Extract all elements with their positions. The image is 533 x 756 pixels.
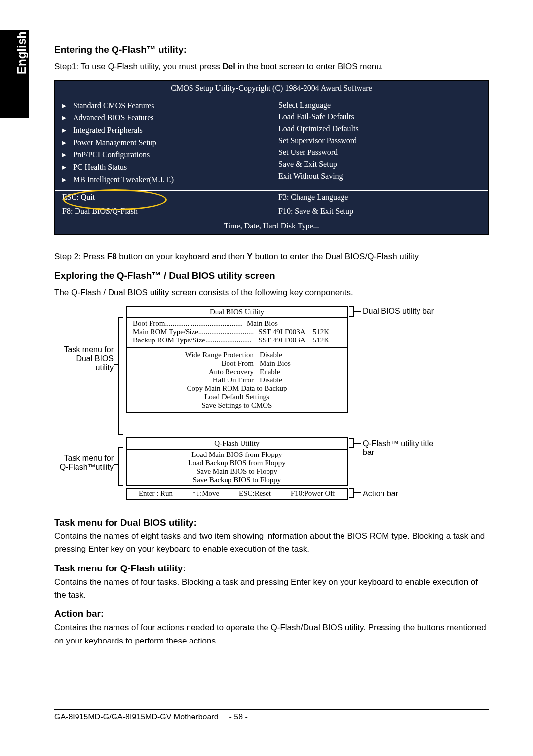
bios-item-label: PnP/PCI Configurations — [73, 151, 150, 159]
bios-item-label: MB Intelligent Tweaker(M.I.T.) — [73, 175, 174, 184]
bios-hint-tl: ESC: Quit — [55, 191, 271, 205]
page-footer: GA-8I915MD-G/GA-8I915MD-GV Motherboard -… — [54, 709, 489, 721]
label-action-bar: Action bar — [363, 490, 398, 498]
info-row: Main ROM Type/Size......................… — [127, 328, 347, 336]
step2-key1: F8 — [107, 252, 117, 261]
command-row[interactable]: Save Backup BIOS to Floppy — [127, 476, 347, 484]
setting-value: Main Bios — [260, 359, 309, 368]
setting-row[interactable]: Auto RecoveryEnable — [127, 368, 347, 376]
info-value: SST 49LF003A — [258, 336, 312, 344]
section1-heading: Entering the Q-Flash™ utility: — [54, 44, 489, 55]
step2-key2: Y — [247, 252, 252, 261]
step1-b: in the boot screen to enter BIOS menu. — [235, 62, 383, 71]
rail-tick — [349, 447, 354, 448]
command-row[interactable]: Load Backup BIOS from Floppy — [127, 459, 347, 467]
bios-item-label: Advanced BIOS Features — [73, 113, 154, 122]
action-bar-heading: Action bar: — [54, 608, 489, 619]
bios-item[interactable]: ▸Power Management Setup — [62, 136, 264, 149]
bios-item[interactable]: ▸Advanced BIOS Features — [62, 112, 264, 124]
step2-b: button on your keyboard and then — [117, 252, 247, 261]
dual-bios-header: Dual BIOS Utility — [127, 307, 347, 318]
bios-item[interactable]: Exit Without Saving — [278, 170, 481, 182]
action-bar-text: Contains the names of four actions neede… — [54, 621, 489, 647]
footer-model: GA-8I915MD-G/GA-8I915MD-GV Motherboard — [54, 713, 219, 721]
task-qflash-text: Contains the names of four tasks. Blocki… — [54, 576, 489, 602]
action-item: Enter : Run — [139, 490, 173, 498]
bios-hint-br: F10: Save & Exit Setup — [271, 205, 488, 219]
task-dual-text: Contains the names of eight tasks and tw… — [54, 530, 489, 556]
label-line: Q-Flash™ utility title — [363, 439, 433, 448]
rail-tick — [349, 497, 354, 498]
command-row[interactable]: Copy Main ROM Data to Backup — [127, 384, 347, 393]
label-line: bar — [363, 448, 433, 457]
rail-tick — [349, 488, 354, 489]
task-qflash-heading: Task menu for Q-Flash utility: — [54, 563, 489, 574]
rail-stub — [354, 443, 361, 444]
info-dots: ........................................… — [165, 319, 243, 327]
bios-item[interactable]: ▸Integrated Peripherals — [62, 124, 264, 136]
section2-heading: Exploring the Q-Flash™ / Dual BIOS utili… — [54, 270, 489, 281]
bios-item[interactable]: Select Language — [278, 99, 481, 111]
label-task-dual: Task menu for Dual BIOS utility — [54, 345, 114, 372]
command-row[interactable]: Save Main BIOS to Floppy — [127, 467, 347, 476]
label-task-qflash: Task menu for Q-Flash™utility — [54, 454, 114, 472]
label-qflash-bar: Q-Flash™ utility title bar — [363, 439, 433, 457]
command-row[interactable]: Load Default Settings — [127, 393, 347, 401]
rail-stub — [354, 311, 361, 312]
rail-tick — [118, 485, 123, 486]
setting-row[interactable]: Halt On ErrorDisable — [127, 376, 347, 384]
setting-row[interactable]: Boot FromMain Bios — [127, 359, 347, 368]
bios-item[interactable]: ▸Standard CMOS Features — [62, 99, 264, 112]
label-line: Dual BIOS — [54, 354, 114, 363]
label-line: Task menu for — [54, 454, 114, 463]
bios-item[interactable]: ▸PnP/PCI Configurations — [62, 149, 264, 161]
bios-item-label: PC Health Status — [73, 163, 127, 171]
info-label: Backup ROM Type/Size — [130, 336, 205, 344]
footer-page-number: - 58 - — [229, 713, 248, 721]
bios-item-label: Power Management Setup — [73, 138, 156, 147]
step1-text: Step1: To use Q-Flash utility, you must … — [54, 60, 489, 73]
rail-tick — [118, 317, 123, 318]
bios-item[interactable]: Set Supervisor Password — [278, 135, 481, 147]
setting-label: Halt On Error — [165, 376, 254, 384]
rail-stub — [354, 492, 361, 493]
bios-item-label: Integrated Peripherals — [73, 126, 143, 134]
rail-tick — [349, 316, 354, 317]
setting-value: Disable — [260, 376, 309, 384]
info-size: 512K — [312, 336, 344, 344]
command-row[interactable]: Save Settings to CMOS — [127, 401, 347, 410]
label-line: utility — [54, 363, 114, 372]
info-label: Boot From — [133, 319, 165, 327]
setting-row[interactable]: Wide Range ProtectionDisable — [127, 351, 347, 359]
info-size: 512K — [312, 328, 344, 336]
info-value: Main Bios — [243, 319, 278, 328]
section2-intro: The Q-Flash / Dual BIOS utility screen c… — [54, 286, 489, 299]
step2-c: button to enter the Dual BIOS/Q-Flash ut… — [253, 252, 420, 261]
info-value: SST 49LF003A — [258, 328, 312, 336]
setting-label: Boot From — [165, 359, 254, 368]
bios-item[interactable]: Save & Exit Setup — [278, 158, 481, 170]
bios-item[interactable]: Set User Password — [278, 147, 481, 158]
bios-hint-tr: F3: Change Language — [271, 191, 488, 205]
setting-label: Auto Recovery — [165, 368, 254, 376]
action-item: ↑↓:Move — [192, 490, 219, 498]
rail-tick — [349, 306, 354, 307]
dual-bios-diagram: Task menu for Dual BIOS utility Task men… — [54, 306, 489, 503]
bios-item[interactable]: Load Fail-Safe Defaults — [278, 111, 481, 123]
qflash-box: Q-Flash Utility Load Main BIOS from Flop… — [126, 437, 348, 486]
command-row[interactable]: Load Main BIOS from Floppy — [127, 451, 347, 459]
bios-title: CMOS Setup Utility-Copyright (C) 1984-20… — [55, 81, 488, 96]
bios-item[interactable]: ▸MB Intelligent Tweaker(M.I.T.) — [62, 173, 264, 186]
info-row: Backup ROM Type/Size....................… — [127, 336, 347, 344]
step1-key: Del — [222, 62, 235, 71]
step1-a: Step1: To use Q-Flash utility, you must … — [54, 62, 222, 71]
info-row: Boot From...............................… — [127, 319, 347, 328]
bios-item[interactable]: ▸PC Health Status — [62, 161, 264, 173]
action-bar-box: Enter : Run ↑↓:Move ESC:Reset F10:Power … — [126, 488, 348, 500]
label-dual-bios-bar: Dual BIOS utility bar — [363, 307, 434, 316]
language-side-label: English — [15, 31, 29, 74]
rail-stub — [114, 364, 118, 365]
bios-item-label: Standard CMOS Features — [73, 101, 154, 110]
bios-item[interactable]: Load Optimized Defaults — [278, 123, 481, 135]
page-content: Entering the Q-Flash™ utility: Step1: To… — [54, 0, 489, 647]
